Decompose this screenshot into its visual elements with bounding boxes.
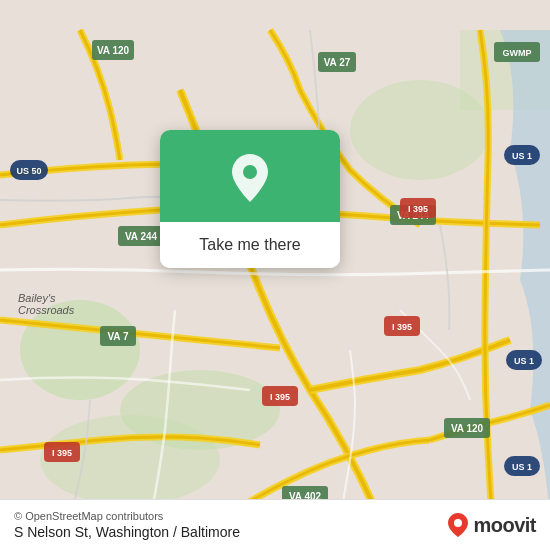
svg-text:I 395: I 395 — [270, 392, 290, 402]
svg-text:Bailey's: Bailey's — [18, 292, 56, 304]
svg-text:I 395: I 395 — [52, 448, 72, 458]
svg-text:Crossroads: Crossroads — [18, 304, 75, 316]
svg-text:I 395: I 395 — [392, 322, 412, 332]
map-roads-svg: VA 120 VA 27 US 50 US 50 VA 244 VA 244 U… — [0, 0, 550, 550]
svg-text:US 1: US 1 — [512, 462, 532, 472]
moovit-logo: moovit — [447, 512, 536, 538]
bottom-left-info: © OpenStreetMap contributors S Nelson St… — [14, 510, 240, 540]
svg-text:VA 120: VA 120 — [451, 423, 484, 434]
svg-text:VA 120: VA 120 — [97, 45, 130, 56]
svg-text:VA 7: VA 7 — [107, 331, 129, 342]
attribution-text: © OpenStreetMap contributors — [14, 510, 240, 522]
location-pin-icon — [228, 152, 272, 204]
svg-text:VA 27: VA 27 — [324, 57, 351, 68]
popup-card: Take me there — [160, 130, 340, 268]
location-label: S Nelson St, Washington / Baltimore — [14, 524, 240, 540]
take-me-there-button[interactable]: Take me there — [160, 222, 340, 268]
svg-point-42 — [243, 165, 257, 179]
moovit-pin-icon — [447, 512, 469, 538]
svg-text:I 395: I 395 — [408, 204, 428, 214]
bottom-bar: © OpenStreetMap contributors S Nelson St… — [0, 499, 550, 550]
moovit-brand-text: moovit — [473, 514, 536, 537]
popup-icon-area — [160, 130, 340, 222]
svg-point-43 — [454, 519, 462, 527]
svg-text:VA 244: VA 244 — [125, 231, 158, 242]
svg-text:US 50: US 50 — [16, 166, 41, 176]
map-container: VA 120 VA 27 US 50 US 50 VA 244 VA 244 U… — [0, 0, 550, 550]
svg-text:US 1: US 1 — [514, 356, 534, 366]
svg-text:US 1: US 1 — [512, 151, 532, 161]
svg-text:GWMP: GWMP — [503, 48, 532, 58]
